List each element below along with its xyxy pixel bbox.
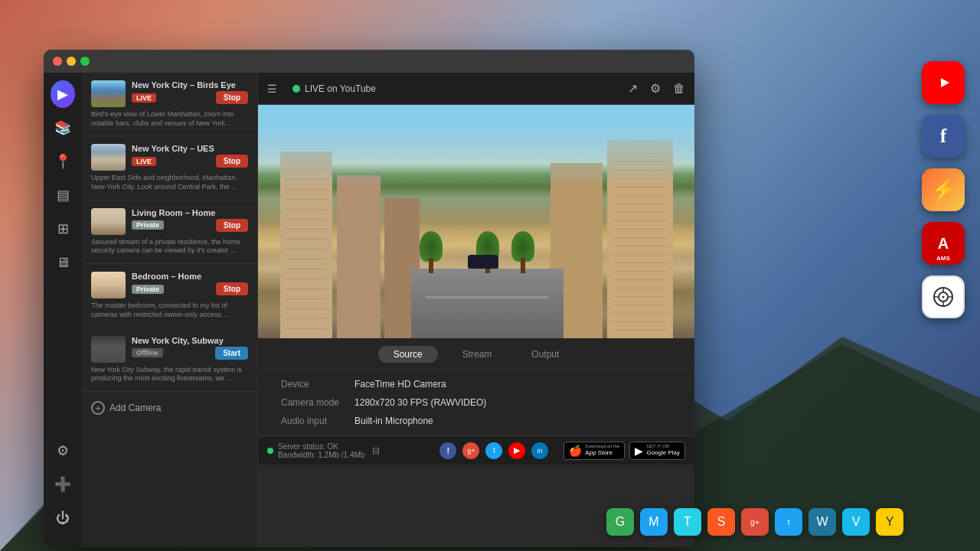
play-store-icon: ▶ (635, 445, 643, 457)
ams-logo: A (938, 235, 949, 253)
camera-mode-value: 980x551 30 FPS (RAWVIDEO) (354, 397, 671, 408)
ams-app-icon[interactable]: A AMS (922, 222, 965, 265)
s5-app-icon[interactable] (922, 276, 965, 318)
tab-output[interactable]: Output (516, 346, 574, 363)
play-store-text: GET IT ON Google Play (646, 444, 680, 457)
camera-name-nyc-birds: New York City – Birds Eye (132, 80, 248, 90)
app-window: ▶ 📚 📍 ▤ ⊞ 🖥 ⚙ ➕ ⏻ New York City – Birds … (44, 50, 694, 547)
flash-icon: ⚡ (931, 178, 956, 202)
camera-item-living-room[interactable]: Living Room – Home Private Stop Secured … (82, 201, 257, 264)
status-badge-nyc-birds: LIVE (132, 93, 156, 103)
live-status-text: LIVE on YouTube (305, 83, 376, 94)
sidebar-item-settings[interactable]: ⚙ (49, 437, 77, 465)
maximize-button[interactable] (80, 57, 90, 66)
settings-icon[interactable]: ⚙ (650, 81, 661, 96)
camera-action-bedroom[interactable]: Stop (216, 282, 248, 295)
tab-source[interactable]: Source (378, 346, 438, 363)
building-left-1 (280, 152, 332, 338)
building-right-1 (607, 140, 673, 338)
ams-label: AMS (936, 255, 950, 262)
sidebar-item-library[interactable]: 📚 (49, 114, 77, 142)
tab-stream[interactable]: Stream (447, 346, 508, 363)
delete-icon[interactable]: 🗑 (673, 82, 685, 96)
camera-item-bedroom[interactable]: Bedroom – Home Private Stop The master b… (82, 264, 257, 328)
dock-icon-g[interactable]: G (606, 508, 634, 536)
facebook-app-icon[interactable]: f (922, 115, 965, 158)
camera-action-living-room[interactable]: Stop (216, 219, 248, 232)
status-badge-bedroom: Private (132, 285, 164, 294)
minimize-button[interactable] (67, 57, 76, 66)
bandwidth-text: Bandwidth: 1.2Mb /1.4Mb (278, 451, 364, 459)
sidebar: ▶ 📚 📍 ▤ ⊞ 🖥 ⚙ ➕ ⏻ (44, 73, 82, 547)
dock-icon-tw[interactable]: t (775, 508, 802, 536)
camera-desc-subway: New York City Subway, the rapid transit … (91, 366, 248, 383)
camera-action-nyc-birds[interactable]: Stop (216, 91, 248, 104)
audio-input-value: Built-in Microphone (354, 416, 671, 426)
camera-item-nyc-ues[interactable]: New York City – UES LIVE Stop Upper East… (82, 136, 257, 200)
share-icon[interactable]: ↗ (628, 81, 638, 96)
dock-icon-t[interactable]: T (674, 508, 701, 536)
apple-icon: 🍎 (569, 445, 582, 457)
server-status-text: Server status: OK (278, 442, 364, 451)
flash-app-icon[interactable]: ⚡ (922, 168, 965, 211)
sidebar-item-list[interactable]: ▤ (49, 181, 77, 209)
tree-1 (420, 231, 443, 273)
sidebar-item-home[interactable]: ▶ (49, 80, 77, 108)
sidebar-item-monitor[interactable]: 🖥 (49, 249, 77, 276)
add-camera-label: Add Camera (109, 403, 161, 413)
camera-item-nyc-birds[interactable]: New York City – Birds Eye LIVE Stop Bird… (82, 73, 257, 136)
camera-thumb-living-room (91, 208, 126, 235)
status-badge-living-room: Private (132, 220, 164, 230)
camera-desc-bedroom: The master bedroom, connected to my list… (91, 302, 248, 319)
camera-name-nyc-ues: New York City – UES (132, 144, 248, 153)
sidebar-item-locations[interactable]: 📍 (49, 148, 77, 175)
traffic-lights (53, 57, 90, 66)
social-youtube[interactable]: ▶ (508, 442, 525, 459)
camera-action-nyc-ues[interactable]: Stop (216, 155, 248, 168)
social-facebook[interactable]: f (439, 442, 456, 459)
tree-3 (511, 231, 534, 273)
add-camera-icon: + (91, 401, 105, 415)
car (468, 255, 498, 269)
sidebar-item-power[interactable]: ⏻ (49, 504, 77, 532)
app-store-badge[interactable]: 🍎 Download on the App Store (564, 442, 625, 460)
camera-item-subway[interactable]: New York City, Subway Offline Start New … (82, 328, 257, 392)
dock-icon-v[interactable]: V (842, 508, 870, 536)
dock-icon-m[interactable]: M (640, 508, 668, 536)
dock-icon-gp[interactable]: g+ (741, 508, 769, 536)
tabs-row: Source Stream Output (258, 338, 694, 370)
camera-mode-label: Camera mode (281, 397, 339, 408)
play-store-badge[interactable]: ▶ GET IT ON Google Play (629, 442, 685, 460)
status-badge-subway: Offline (132, 348, 163, 357)
street (411, 269, 564, 339)
bottom-panel: Source Stream Output Device FaceTime HD … (258, 338, 694, 435)
social-twitter[interactable]: t (485, 442, 502, 459)
add-camera-button[interactable]: + Add Camera (82, 392, 257, 424)
top-bar-actions: ↗ ⚙ 🗑 (628, 81, 685, 96)
camera-name-subway: New York City, Subway (132, 336, 248, 345)
server-status: Server status: OK Bandwidth: 1.2Mb /1.4M… (267, 442, 380, 459)
dock-icon-w[interactable]: W (808, 508, 836, 536)
social-linkedin[interactable]: in (531, 442, 548, 459)
camera-desc-nyc-ues: Upper East Side and neighborhood, Manhat… (91, 174, 248, 191)
camera-thumb-subway (91, 336, 126, 363)
bandwidth-icon: ⊟ (372, 445, 380, 456)
camera-action-subway[interactable]: Start (215, 347, 248, 360)
close-button[interactable] (53, 57, 62, 66)
live-indicator: LIVE on YouTube (292, 83, 376, 94)
main-content: ☰ LIVE on YouTube ↗ ⚙ 🗑 (258, 73, 694, 547)
menu-icon[interactable]: ☰ (267, 83, 277, 95)
social-google[interactable]: g+ (462, 442, 479, 459)
status-badge-nyc-ues: LIVE (132, 157, 156, 166)
camera-name-bedroom: Bedroom – Home (132, 272, 248, 281)
app-footer: Server status: OK Bandwidth: 1.2Mb /1.4M… (258, 435, 694, 465)
dock-icon-s[interactable]: S (707, 508, 735, 536)
camera-thumb-bedroom (91, 272, 126, 298)
dock-icon-y[interactable]: Y (876, 508, 903, 536)
live-dot (292, 85, 300, 93)
youtube-app-icon[interactable] (922, 61, 965, 104)
sidebar-item-grid[interactable]: ⊞ (49, 215, 77, 243)
sidebar-item-add[interactable]: ➕ (49, 471, 77, 498)
camera-thumb-nyc-birds (91, 80, 126, 107)
camera-desc-living-room: Secured stream of a private residence, t… (91, 238, 248, 256)
